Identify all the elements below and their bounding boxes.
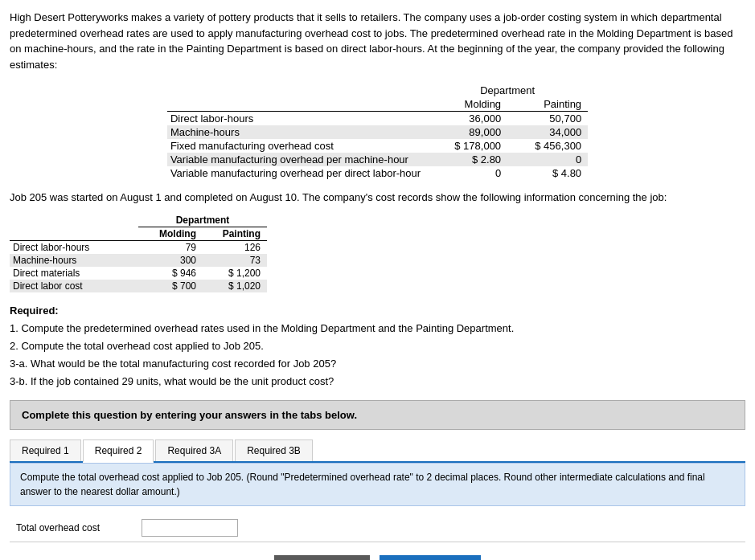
required-item-2: 2. Compute the total overhead cost appli… <box>10 340 264 352</box>
row-label: Direct materials <box>10 267 138 280</box>
table-row: Fixed manufacturing overhead cost $ 178,… <box>167 139 588 153</box>
row-molding: $ 700 <box>138 280 203 292</box>
tab-required-3a[interactable]: Required 3A <box>155 439 233 461</box>
job-table-wrapper: Department Molding Painting Direct labor… <box>10 214 745 292</box>
tab-required-1[interactable]: Required 1 <box>10 439 81 461</box>
row-label: Machine-hours <box>10 254 138 267</box>
tab-required-2[interactable]: Required 2 <box>83 439 154 463</box>
row-painting: $ 456,300 <box>507 139 588 153</box>
tab-required-3b[interactable]: Required 3B <box>235 439 313 461</box>
row-painting: 0 <box>507 153 588 166</box>
painting-col-header: Painting <box>507 97 588 112</box>
total-overhead-label: Total overhead cost <box>13 522 142 533</box>
row-molding: 79 <box>138 240 203 254</box>
row-painting: 73 <box>203 254 267 267</box>
table-row: Direct labor-hours 36,000 50,700 <box>167 112 588 126</box>
row-molding: $ 178,000 <box>427 139 507 153</box>
dept-header-label: Department <box>427 84 588 97</box>
table-row: Machine-hours 89,000 34,000 <box>167 125 588 139</box>
complete-instructions-box: Complete this question by entering your … <box>10 400 745 430</box>
complete-instructions-text: Complete this question by entering your … <box>22 409 357 421</box>
tabs-container: Required 1 Required 2 Required 3A Requir… <box>10 439 745 463</box>
row-label: Direct labor cost <box>10 280 138 292</box>
total-overhead-input[interactable] <box>142 519 238 537</box>
row-molding: $ 946 <box>138 267 203 280</box>
required-item-1: 1. Compute the predetermined overhead ra… <box>10 322 514 334</box>
job-painting-header: Painting <box>203 227 267 240</box>
row-label: Direct labor-hours <box>10 240 138 254</box>
row-molding: 36,000 <box>427 112 507 126</box>
table-row: Direct labor cost $ 700 $ 1,020 <box>10 280 267 292</box>
row-molding: 0 <box>427 166 507 180</box>
job-table: Department Molding Painting Direct labor… <box>10 214 267 292</box>
row-label: Variable manufacturing overhead per mach… <box>167 153 427 166</box>
required-item-3b: 3-b. If the job contained 29 units, what… <box>10 375 334 387</box>
molding-col-header: Molding <box>427 97 507 112</box>
row-painting: $ 1,020 <box>203 280 267 292</box>
info-box-text: Compute the total overhead cost applied … <box>20 472 705 497</box>
row-label: Machine-hours <box>167 125 427 139</box>
table-row: Direct materials $ 946 $ 1,200 <box>10 267 267 280</box>
total-overhead-row: Total overhead cost <box>10 514 745 542</box>
required-title: Required: <box>10 305 59 317</box>
row-molding: 300 <box>138 254 203 267</box>
job-intro-text: Job 205 was started on August 1 and comp… <box>10 190 745 206</box>
table-row: Machine-hours 300 73 <box>10 254 267 267</box>
row-painting: $ 4.80 <box>507 166 588 180</box>
dept-estimates-table: Department Molding Painting Direct labor… <box>167 84 588 180</box>
row-label: Variable manufacturing overhead per dire… <box>167 166 427 180</box>
prev-button[interactable]: < Required 1 <box>274 555 370 560</box>
intro-paragraph: High Desert Potteryworks makes a variety… <box>10 10 745 72</box>
job-molding-header: Molding <box>138 227 203 240</box>
row-label: Fixed manufacturing overhead cost <box>167 139 427 153</box>
table-row: Variable manufacturing overhead per mach… <box>167 153 588 166</box>
row-painting: 126 <box>203 240 267 254</box>
dept-estimates-table-wrapper: Department Molding Painting Direct labor… <box>10 84 745 180</box>
required-item-3a: 3-a. What would be the total manufacturi… <box>10 358 336 370</box>
row-painting: 34,000 <box>507 125 588 139</box>
row-molding: $ 2.80 <box>427 153 507 166</box>
table-row: Direct labor-hours 79 126 <box>10 240 267 254</box>
row-label: Direct labor-hours <box>167 112 427 126</box>
info-box: Compute the total overhead cost applied … <box>10 463 745 506</box>
row-painting: 50,700 <box>507 112 588 126</box>
job-dept-header: Department <box>138 214 267 227</box>
required-section: Required: 1. Compute the predetermined o… <box>10 302 745 390</box>
next-button[interactable]: Required 3A > <box>380 555 482 560</box>
row-molding: 89,000 <box>427 125 507 139</box>
table-row: Variable manufacturing overhead per dire… <box>167 166 588 180</box>
nav-buttons-container: < Required 1 Required 3A > <box>10 555 745 560</box>
row-painting: $ 1,200 <box>203 267 267 280</box>
